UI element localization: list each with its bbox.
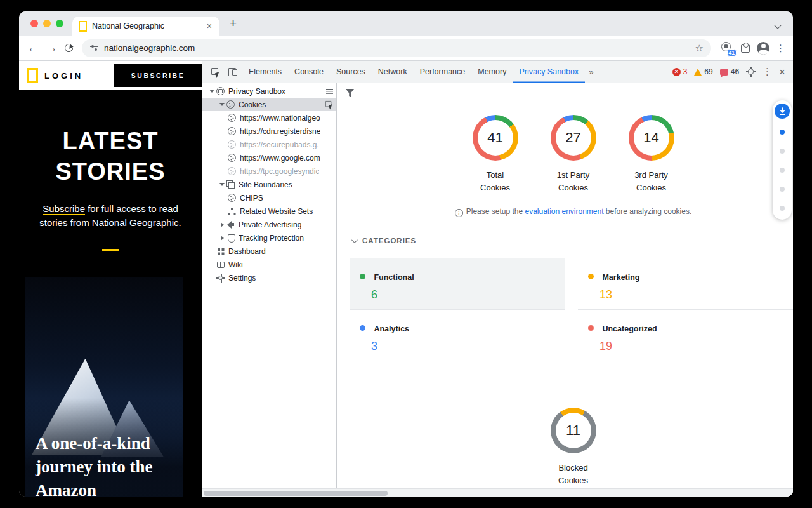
evaluation-environment-link[interactable]: evaluation environment [525, 207, 603, 216]
toolbar-dot[interactable] [780, 168, 785, 173]
tree-item-privacy-sandbox[interactable]: Privacy Sandbox [202, 84, 336, 98]
devtools-tab-sources[interactable]: Sources [330, 61, 372, 83]
tree-item-wiki[interactable]: Wiki [202, 258, 336, 271]
tree-item-related-website-sets[interactable]: Related Website Sets [202, 204, 336, 218]
more-tabs-icon[interactable]: » [585, 67, 597, 77]
reload-button[interactable] [63, 42, 74, 53]
close-window-button[interactable] [30, 20, 38, 27]
inspect-element-icon[interactable] [325, 101, 332, 108]
divider [337, 392, 793, 392]
chevron-down-icon[interactable] [219, 103, 225, 106]
devtools-tab-memory[interactable]: Memory [471, 61, 513, 83]
natgeo-logo-icon[interactable] [27, 68, 38, 83]
cookie-icon [226, 100, 235, 109]
subscribe-link[interactable]: Subscribe [43, 203, 85, 215]
devtools-tab-privacy-sandbox[interactable]: Privacy Sandbox [513, 61, 585, 83]
url-text: nationalgeographic.com [104, 43, 195, 53]
scrollbar-thumb[interactable] [204, 491, 388, 496]
cookie-extension-button[interactable]: 41 [720, 41, 734, 55]
tree-item-tracking-protection[interactable]: Tracking Protection [202, 231, 336, 244]
category-count: 19 [599, 340, 793, 353]
back-button[interactable]: ← [27, 42, 39, 55]
toolbar-dot[interactable] [780, 206, 785, 211]
site-body: LATEST STORIES Subscribe for full access… [19, 90, 202, 497]
bookmark-star-icon[interactable]: ☆ [695, 43, 704, 54]
tree-item-dashboard[interactable]: Dashboard [202, 244, 336, 258]
browser-menu-icon[interactable]: ⋮ [776, 43, 785, 54]
site-settings-icon[interactable] [89, 44, 98, 53]
website-panel: LOGIN SUBSCRIBE LATEST STORIES Subscribe… [19, 61, 202, 497]
tab-title: National Geographic [92, 22, 200, 30]
issues-badge[interactable]: 46 [720, 67, 739, 76]
tree-item-cookie-url[interactable]: https://cdn.registerdisne [202, 124, 336, 138]
chevron-right-icon[interactable] [221, 236, 224, 241]
devtools-tab-performance[interactable]: Performance [414, 61, 472, 83]
devtools-close-icon[interactable]: × [779, 67, 785, 77]
category-analytics[interactable]: Analytics 3 [350, 310, 565, 361]
cookies-report-panel: 41 Total Cookies 27 [337, 83, 793, 497]
tree-item-chips[interactable]: CHIPS [202, 191, 336, 204]
subscribe-text: Subscribe for full access to read storie… [30, 202, 190, 230]
category-uncategorized[interactable]: Uncategorized 19 [578, 310, 793, 361]
donut-value: 27 [556, 120, 591, 156]
login-link[interactable]: LOGIN [44, 71, 83, 81]
tree-item-settings[interactable]: Settings [202, 271, 336, 284]
page-title: LATEST STORIES [19, 126, 202, 187]
categories-header[interactable]: CATEGORIES [351, 237, 416, 244]
minimize-window-button[interactable] [43, 20, 51, 27]
profile-avatar[interactable] [757, 42, 769, 55]
extensions-puzzle-icon[interactable] [740, 43, 750, 53]
filter-icon[interactable] [346, 89, 354, 97]
devtools-menu-icon[interactable]: ⋮ [763, 66, 772, 77]
subscribe-button[interactable]: SUBSCRIBE [114, 64, 202, 87]
warning-badge[interactable]: 69 [694, 67, 712, 76]
tree-item-private-advertising[interactable]: Private Advertising [202, 218, 336, 231]
chevron-down-icon[interactable] [219, 183, 225, 186]
category-dot [588, 274, 594, 279]
download-button[interactable] [775, 104, 790, 119]
maximize-window-button[interactable] [56, 20, 63, 27]
donut-ring: 27 [551, 115, 596, 161]
article-headline[interactable]: A one-of-a-kind journey into the Amazon [36, 432, 178, 497]
tree-item-cookie-url[interactable]: https://www.google.com [202, 151, 336, 164]
setup-info-text: iPlease setup the evaluation environment… [345, 207, 793, 217]
devtools-tab-network[interactable]: Network [372, 61, 414, 83]
donut-value: 11 [556, 413, 591, 448]
chevron-right-icon[interactable] [221, 222, 224, 227]
panel-menu-icon[interactable] [326, 88, 333, 95]
site-boundaries-icon [226, 180, 235, 189]
devtools-panel: Elements Console Sources Network Perform… [202, 61, 793, 497]
inspect-element-icon[interactable] [211, 68, 219, 76]
tab-close-icon[interactable]: × [206, 20, 213, 32]
devtools-tab-console[interactable]: Console [288, 61, 330, 83]
new-tab-button[interactable]: + [230, 17, 237, 30]
tree-item-cookie-url[interactable]: https://www.nationalgeo [202, 111, 336, 124]
tab-search-chevron-icon[interactable] [775, 19, 784, 28]
tab-strip: National Geographic × + [19, 11, 793, 36]
info-icon: i [455, 209, 463, 217]
toolbar-dot-active[interactable] [780, 130, 785, 135]
forward-button[interactable]: → [46, 42, 58, 55]
tree-item-site-boundaries[interactable]: Site Boundaries [202, 178, 336, 191]
horizontal-scrollbar[interactable] [202, 488, 793, 497]
category-marketing[interactable]: Marketing 13 [578, 258, 793, 310]
device-toolbar-icon[interactable] [228, 68, 237, 76]
devtools-settings-icon[interactable] [746, 67, 756, 77]
tree-item-cookie-url[interactable]: https://securepubads.g. [202, 138, 336, 151]
toolbar-dot[interactable] [780, 149, 785, 154]
error-badge[interactable]: ✕ 3 [672, 67, 688, 76]
tree-item-cookies[interactable]: Cookies [202, 98, 336, 111]
category-dot [588, 325, 594, 331]
donut-ring: 11 [551, 408, 596, 453]
chevron-down-icon[interactable] [209, 90, 214, 93]
category-functional[interactable]: Functional 6 [350, 258, 565, 310]
error-icon: ✕ [672, 68, 681, 76]
category-count: 13 [599, 288, 793, 302]
toolbar-dot[interactable] [780, 187, 785, 192]
donut-label: 3rd Party Cookies [629, 169, 674, 194]
browser-tab[interactable]: National Geographic × [72, 17, 219, 36]
address-bar[interactable]: nationalgeographic.com ☆ [82, 39, 711, 57]
category-dot [360, 325, 365, 331]
tree-item-cookie-url[interactable]: https://tpc.googlesyndic [202, 164, 336, 178]
devtools-tab-elements[interactable]: Elements [242, 61, 288, 83]
